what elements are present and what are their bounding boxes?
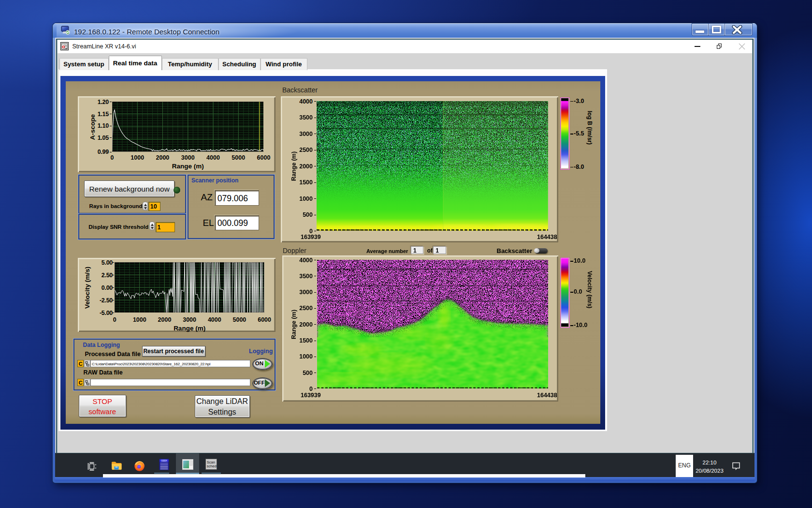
svg-text:GEEK: GEEK [161, 459, 167, 462]
